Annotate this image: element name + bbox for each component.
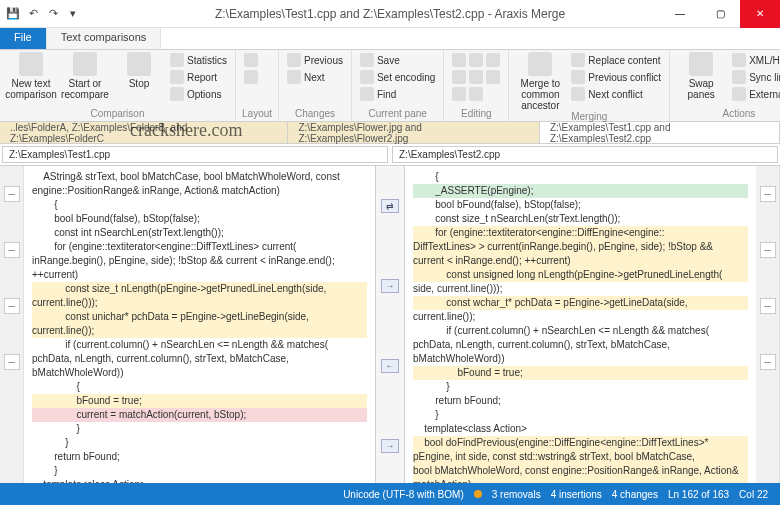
swap-panes-button[interactable]: Swap panes <box>676 52 726 100</box>
status-dot-icon <box>474 490 482 498</box>
code-line[interactable]: bool doFindPrevious(engine::DiffEngine<e… <box>413 436 748 450</box>
next-conflict-button[interactable]: Next conflict <box>569 86 663 102</box>
collapse-icon[interactable]: − <box>760 298 776 314</box>
undo-icon[interactable]: ↶ <box>24 5 42 23</box>
close-button[interactable]: ✕ <box>740 0 780 28</box>
code-line[interactable]: } <box>32 464 367 478</box>
code-line[interactable]: const size_t nLength(pEngine->getPrunedL… <box>32 282 367 296</box>
removals-status: 3 removals <box>492 489 541 500</box>
find-button[interactable]: Find <box>358 86 437 102</box>
xml-html-button[interactable]: XML/HTML <box>730 52 780 68</box>
maximize-button[interactable]: ▢ <box>700 0 740 28</box>
editor-area: − − − − AString& strText, bool bMatchCas… <box>0 166 780 486</box>
merge-common-button[interactable]: Merge to common ancestor <box>515 52 565 111</box>
merge-right-icon[interactable]: → <box>381 439 399 453</box>
code-line[interactable]: const unichar* pchData = pEngine->getLin… <box>32 310 367 324</box>
code-line[interactable]: { <box>32 380 367 394</box>
code-line[interactable]: bool bFound(false), bStop(false); <box>32 212 367 226</box>
code-line[interactable]: inRange.begin(), pEngine, side); !bStop … <box>32 254 367 268</box>
edit-icon-2[interactable] <box>450 69 502 85</box>
options-button[interactable]: Options <box>168 86 229 102</box>
merge-left-icon[interactable]: ⇄ <box>381 199 399 213</box>
code-line[interactable]: { <box>32 198 367 212</box>
sync-links-button[interactable]: Sync links <box>730 69 780 85</box>
text-comparisons-tab[interactable]: Text comparisons <box>47 28 162 49</box>
save-pane-button[interactable]: Save <box>358 52 437 68</box>
start-recompare-button[interactable]: Start or recompare <box>60 52 110 100</box>
code-line[interactable]: { <box>413 170 748 184</box>
set-encoding-button[interactable]: Set encoding <box>358 69 437 85</box>
code-line[interactable]: bFound = true; <box>413 366 748 380</box>
code-line[interactable]: const int nSearchLen(strText.length()); <box>32 226 367 240</box>
edit-icon[interactable] <box>450 52 502 68</box>
previous-change-button[interactable]: Previous <box>285 52 345 68</box>
code-line[interactable]: bool bFound(false), bStop(false); <box>413 198 748 212</box>
code-line[interactable]: if (current.column() + nSearchLen <= nLe… <box>32 338 367 352</box>
statistics-button[interactable]: Statistics <box>168 52 229 68</box>
file-tab[interactable]: File <box>0 28 47 49</box>
code-line[interactable]: engine::PositionRange& inRange, Action& … <box>32 184 367 198</box>
collapse-icon[interactable]: − <box>4 186 20 202</box>
code-line[interactable]: const wchar_t* pchData = pEngine->getLin… <box>413 296 748 310</box>
collapse-icon[interactable]: − <box>760 354 776 370</box>
code-line[interactable]: bool bMatchWholeWord, const engine::Posi… <box>413 464 748 478</box>
minimize-button[interactable]: — <box>660 0 700 28</box>
code-line[interactable]: current < inRange.end(); ++current) <box>413 254 748 268</box>
code-line[interactable]: if (current.column() + nSearchLen <= nLe… <box>413 324 748 338</box>
layout-icon[interactable] <box>242 52 260 68</box>
external-button[interactable]: External <box>730 86 780 102</box>
collapse-icon[interactable]: − <box>4 298 20 314</box>
right-fold-gutter[interactable]: − − − − <box>756 166 780 486</box>
stop-button[interactable]: Stop <box>114 52 164 89</box>
code-line[interactable]: side, current.line())); <box>413 282 748 296</box>
code-line[interactable]: pchData, nLength, current.column(), strT… <box>413 338 748 352</box>
code-line[interactable]: bFound = true; <box>32 394 367 408</box>
left-fold-gutter[interactable]: − − − − <box>0 166 24 486</box>
dropdown-icon[interactable]: ▾ <box>64 5 82 23</box>
code-line[interactable]: } <box>413 408 748 422</box>
code-line[interactable]: _ASSERTE(pEngine); <box>413 184 748 198</box>
doc-tab-cpp[interactable]: Z:\Examples\Test1.cpp and Z:\Examples\Te… <box>540 122 780 143</box>
merge-right-icon[interactable]: → <box>381 279 399 293</box>
code-line[interactable]: const size_t nSearchLen(strText.length()… <box>413 212 748 226</box>
collapse-icon[interactable]: − <box>760 186 776 202</box>
right-code-pane[interactable]: { _ASSERTE(pEngine); bool bFound(false),… <box>405 166 756 486</box>
right-path-input[interactable]: Z:\Examples\Test2.cpp <box>392 146 778 163</box>
new-text-comparison-button[interactable]: New text comparison <box>6 52 56 100</box>
code-line[interactable]: pEngine, int side, const std::wstring& s… <box>413 450 748 464</box>
edit-icon-3[interactable] <box>450 86 502 102</box>
left-path-input[interactable]: Z:\Examples\Test1.cpp <box>2 146 388 163</box>
code-line[interactable]: const unsigned long nLength(pEngine->get… <box>413 268 748 282</box>
code-line[interactable]: current.line()); <box>32 324 367 338</box>
report-button[interactable]: Report <box>168 69 229 85</box>
code-line[interactable]: for (engine::textiterator<engine::DiffTe… <box>32 240 367 254</box>
layout-icon-2[interactable] <box>242 69 260 85</box>
code-line[interactable]: } <box>32 436 367 450</box>
code-line[interactable]: DiffTextLines> > current(inRange.begin()… <box>413 240 748 254</box>
code-line[interactable]: AString& strText, bool bMatchCase, bool … <box>32 170 367 184</box>
code-line[interactable]: return bFound; <box>413 394 748 408</box>
code-line[interactable]: template<class Action> <box>413 422 748 436</box>
code-line[interactable]: return bFound; <box>32 450 367 464</box>
next-change-button[interactable]: Next <box>285 69 345 85</box>
code-line[interactable]: current = matchAction(current, bStop); <box>32 408 367 422</box>
merge-left-icon[interactable]: ← <box>381 359 399 373</box>
code-line[interactable]: ++current) <box>32 268 367 282</box>
collapse-icon[interactable]: − <box>760 242 776 258</box>
left-code-pane[interactable]: AString& strText, bool bMatchCase, bool … <box>24 166 375 486</box>
doc-tab-images[interactable]: Z:\Examples\Flower.jpg and Z:\Examples\F… <box>288 122 540 143</box>
code-line[interactable]: } <box>413 380 748 394</box>
code-line[interactable]: current.line()); <box>413 310 748 324</box>
code-line[interactable]: bMatchWholeWord)) <box>32 366 367 380</box>
code-line[interactable]: bMatchWholeWord)) <box>413 352 748 366</box>
code-line[interactable]: current.line())); <box>32 296 367 310</box>
code-line[interactable]: for (engine::textiterator<engine::DiffEn… <box>413 226 748 240</box>
code-line[interactable]: pchData, nLength, current.column(), strT… <box>32 352 367 366</box>
collapse-icon[interactable]: − <box>4 354 20 370</box>
save-icon[interactable]: 💾 <box>4 5 22 23</box>
collapse-icon[interactable]: − <box>4 242 20 258</box>
prev-conflict-button[interactable]: Previous conflict <box>569 69 663 85</box>
redo-icon[interactable]: ↷ <box>44 5 62 23</box>
replace-content-button[interactable]: Replace content <box>569 52 663 68</box>
code-line[interactable]: } <box>32 422 367 436</box>
